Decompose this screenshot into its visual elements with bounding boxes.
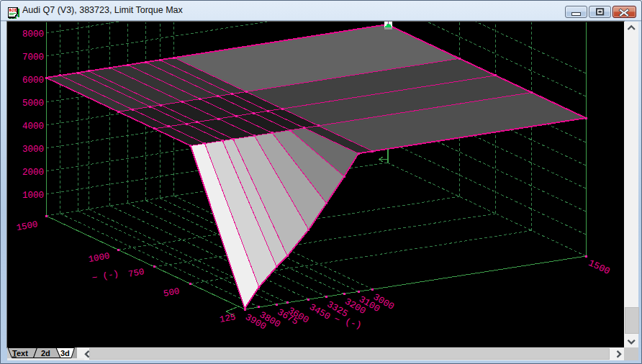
svg-text:4000: 4000 — [22, 122, 44, 132]
svg-text:6000: 6000 — [22, 76, 44, 86]
svg-text:7000: 7000 — [22, 53, 44, 63]
svg-text:5000: 5000 — [22, 99, 44, 109]
svg-text:2000: 2000 — [22, 168, 44, 178]
svg-text:3000: 3000 — [22, 145, 44, 155]
svg-text:3d: 3d — [60, 349, 70, 358]
svg-text:Text: Text — [12, 349, 28, 358]
svg-text:8000: 8000 — [22, 29, 44, 40]
svg-text:1000: 1000 — [22, 191, 44, 201]
svg-text:2d: 2d — [41, 349, 50, 358]
